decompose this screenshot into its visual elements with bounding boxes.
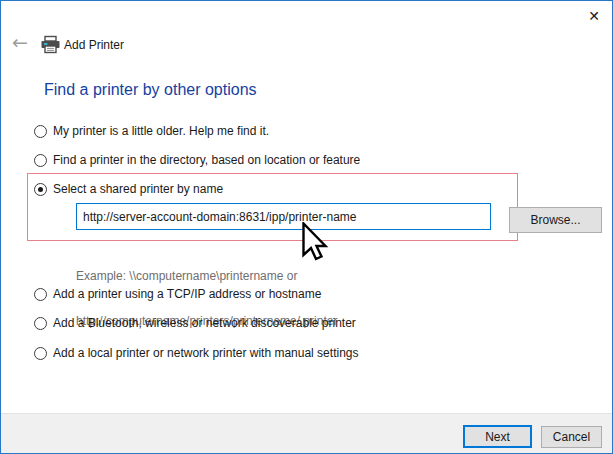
radio-option-directory[interactable]: Find a printer in the directory, based o…: [34, 151, 360, 169]
window-title: Add Printer: [64, 38, 124, 52]
radio-option-shared-printer[interactable]: Select a shared printer by name: [34, 180, 223, 198]
next-button[interactable]: Next: [463, 425, 532, 448]
radio-icon[interactable]: [34, 154, 47, 167]
radio-option-older-printer[interactable]: My printer is a little older. Help me fi…: [34, 122, 269, 140]
radio-option-tcpip[interactable]: Add a printer using a TCP/IP address or …: [34, 285, 321, 303]
cancel-button[interactable]: Cancel: [541, 426, 602, 448]
add-printer-window: ✕ ← Add Printer Find a printer by other …: [0, 0, 613, 454]
radio-label: Select a shared printer by name: [53, 182, 223, 196]
radio-icon[interactable]: [34, 317, 47, 330]
example-line-1: Example: \\computername\printername or: [76, 269, 337, 284]
browse-button[interactable]: Browse...: [509, 207, 602, 233]
radio-label: Add a local printer or network printer w…: [53, 346, 358, 360]
back-arrow-icon[interactable]: ←: [9, 31, 31, 53]
radio-label: Add a printer using a TCP/IP address or …: [53, 287, 321, 301]
radio-icon[interactable]: [34, 288, 47, 301]
radio-option-bluetooth[interactable]: Add a Bluetooth, wireless or network dis…: [34, 314, 356, 332]
radio-icon[interactable]: [34, 347, 47, 360]
printer-icon: [40, 34, 61, 59]
shared-printer-name-input[interactable]: [76, 203, 491, 230]
page-title: Find a printer by other options: [44, 81, 257, 99]
radio-icon[interactable]: [34, 125, 47, 138]
close-icon[interactable]: ✕: [583, 5, 605, 27]
radio-selected-icon[interactable]: [34, 183, 47, 196]
radio-option-local-manual[interactable]: Add a local printer or network printer w…: [34, 344, 358, 362]
radio-label: Add a Bluetooth, wireless or network dis…: [53, 316, 356, 330]
radio-label: Find a printer in the directory, based o…: [53, 153, 360, 167]
radio-label: My printer is a little older. Help me fi…: [53, 124, 269, 138]
